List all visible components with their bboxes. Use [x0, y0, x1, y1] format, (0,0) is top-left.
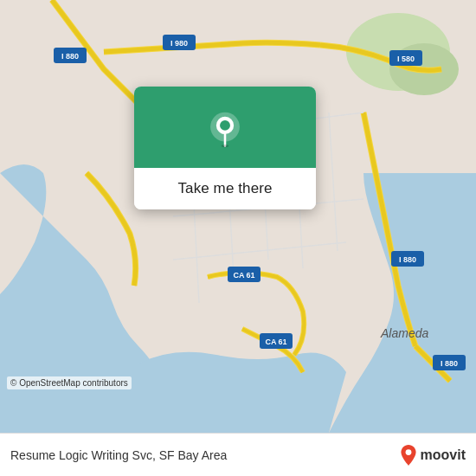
svg-point-28 — [220, 120, 230, 131]
svg-text:I 980: I 980 — [170, 39, 188, 48]
map-container: I 880 I 980 I 580 I 880 I 880 CA 61 CA 6… — [0, 0, 476, 433]
moovit-label: moovit — [421, 447, 466, 463]
moovit-logo: moovit — [400, 445, 466, 466]
location-label: Resume Logic Writing Svc, SF Bay Area — [10, 448, 391, 462]
popup-header — [134, 87, 316, 168]
bottom-bar: Resume Logic Writing Svc, SF Bay Area mo… — [0, 433, 476, 476]
popup-card: Take me there — [134, 87, 316, 209]
location-pin-icon — [206, 111, 244, 149]
svg-text:I 880: I 880 — [441, 359, 458, 368]
svg-text:I 580: I 580 — [397, 55, 415, 63]
svg-point-29 — [222, 145, 228, 147]
map-background: I 880 I 980 I 580 I 880 I 880 CA 61 CA 6… — [0, 0, 476, 433]
svg-text:I 880: I 880 — [61, 52, 79, 61]
take-me-there-button[interactable]: Take me there — [134, 168, 316, 209]
svg-text:I 880: I 880 — [399, 255, 416, 264]
attribution: © OpenStreetMap contributors — [7, 376, 132, 389]
svg-text:CA 61: CA 61 — [233, 271, 254, 280]
svg-text:CA 61: CA 61 — [265, 338, 286, 346]
svg-point-30 — [405, 449, 411, 455]
moovit-pin-icon — [400, 445, 417, 466]
svg-text:Alameda: Alameda — [380, 326, 428, 340]
